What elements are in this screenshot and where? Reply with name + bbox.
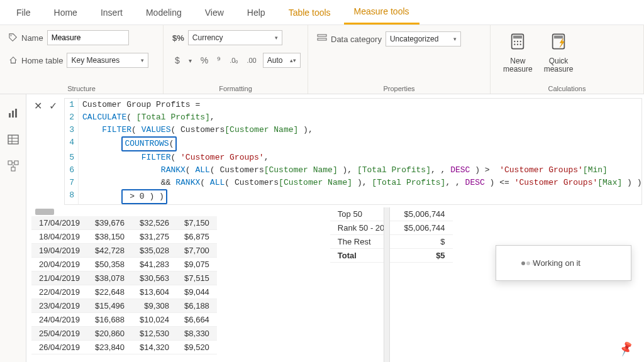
model-view-icon[interactable] — [7, 160, 19, 172]
splitter-vertical[interactable] — [384, 207, 390, 362]
code-line[interactable]: 1Customer Group Profits = — [65, 99, 641, 111]
tab-help[interactable]: Help — [237, 1, 275, 24]
currency-chevron[interactable]: ▾ — [186, 56, 194, 65]
report-canvas: ✕ ✓ 1Customer Group Profits =2CALCULATE(… — [26, 94, 644, 362]
svg-rect-14 — [12, 111, 14, 118]
table-row[interactable]: Top 50$5,006,744 — [330, 207, 453, 221]
table-row[interactable]: 18/04/2019$38,150$31,275$6,875 — [31, 230, 217, 244]
data-category-value: Uncategorized — [390, 35, 438, 43]
code-line[interactable]: 3 FILTER( VALUES( Customers[Customer Nam… — [65, 124, 641, 136]
svg-rect-20 — [8, 161, 12, 165]
tab-insert[interactable]: Insert — [91, 1, 133, 24]
code-line[interactable]: 5 FILTER( 'Customer Groups', — [65, 151, 641, 164]
chevron-down-icon: ▾ — [275, 35, 278, 41]
formula-bar: ✕ ✓ 1Customer Group Profits =2CALCULATE(… — [31, 98, 639, 205]
tab-view[interactable]: View — [195, 1, 234, 24]
loading-tooltip: Working on it — [496, 245, 631, 281]
table-row[interactable]: 17/04/2019$39,676$32,526$7,150 — [31, 216, 217, 230]
new-measure-label: New measure — [503, 57, 533, 74]
thousands-button[interactable]: ⁹ — [214, 54, 223, 67]
group-label-calculations: Calculations — [499, 82, 635, 92]
calculator-icon — [509, 33, 526, 55]
code-line[interactable]: 6 RANKX( ALL( Customers[Customer Name] )… — [65, 164, 641, 177]
tab-modeling[interactable]: Modeling — [136, 1, 192, 24]
table-row[interactable]: 23/04/2019$15,496$9,308$6,188 — [31, 299, 217, 313]
ribbon-group-properties: Data category Uncategorized ▾ Properties — [308, 25, 491, 94]
table-row[interactable]: 24/04/2019$16,688$10,024$6,664 — [31, 313, 217, 327]
group-label-properties: Properties — [317, 82, 481, 92]
loading-text: Working on it — [533, 258, 580, 268]
group-label-formatting: Formatting — [172, 82, 299, 92]
svg-rect-15 — [15, 109, 17, 118]
increase-decimal-button[interactable]: .0₀ — [227, 55, 240, 66]
table-row[interactable]: 22/04/2019$22,648$13,604$9,044 — [31, 285, 217, 299]
table-row[interactable]: 19/04/2019$42,728$35,028$7,700 — [31, 244, 217, 258]
chevron-down-icon: ▾ — [141, 57, 144, 63]
data-category-dropdown[interactable]: Uncategorized ▾ — [386, 31, 461, 47]
svg-point-6 — [517, 41, 518, 42]
new-measure-button[interactable]: New measure — [499, 30, 536, 76]
ribbon-group-calculations: New measure Quick measure Calculations — [491, 25, 644, 94]
svg-point-8 — [514, 44, 516, 45]
tab-measure-tools[interactable]: Measure tools — [344, 0, 419, 25]
tab-home[interactable]: Home — [44, 1, 87, 24]
stepper-icon: ▴▾ — [290, 57, 296, 63]
currency-button[interactable]: $ — [172, 54, 182, 67]
table-row[interactable]: The Rest$ — [330, 235, 453, 249]
chevron-down-icon: ▾ — [453, 36, 457, 42]
tag-icon — [9, 33, 18, 42]
code-line[interactable]: 7 && RANKX( ALL( Customers[Customer Name… — [65, 177, 641, 189]
commit-formula-button[interactable]: ✓ — [47, 99, 59, 112]
format-dropdown[interactable]: Currency ▾ — [188, 30, 282, 45]
svg-point-10 — [520, 44, 521, 45]
code-line[interactable]: 4 COUNTROWS( — [65, 136, 641, 151]
decimal-value: Auto — [267, 56, 283, 65]
home-table-dropdown[interactable]: Key Measures ▾ — [67, 53, 148, 68]
report-view-icon[interactable] — [7, 107, 19, 119]
data-category-label: Data category — [331, 35, 382, 44]
visuals-row: 17/04/2019$39,676$32,526$7,15018/04/2019… — [31, 207, 639, 354]
name-label: Name — [21, 33, 43, 43]
code-line[interactable]: 8 > 0 ) ) — [65, 189, 641, 204]
home-icon — [9, 56, 18, 65]
svg-rect-1 — [318, 35, 326, 36]
format-value: Currency — [192, 33, 223, 42]
table-row[interactable]: 21/04/2019$38,078$30,563$7,515 — [31, 272, 217, 285]
dax-editor[interactable]: 1Customer Group Profits =2CALCULATE( [To… — [64, 98, 642, 205]
table-visual-right[interactable]: Top 50$5,006,744Rank 50 - 200$5,006,744T… — [330, 207, 453, 263]
decimal-places-stepper[interactable]: Auto ▴▾ — [263, 53, 301, 68]
svg-point-9 — [517, 44, 518, 45]
svg-rect-22 — [11, 167, 15, 171]
cancel-formula-button[interactable]: ✕ — [31, 99, 44, 112]
table-visual-left[interactable]: 17/04/2019$39,676$32,526$7,15018/04/2019… — [31, 216, 217, 354]
format-prefix-label: $% — [172, 33, 184, 43]
data-view-icon[interactable] — [7, 133, 19, 146]
measure-name-input[interactable] — [47, 30, 129, 45]
tab-table-tools[interactable]: Table tools — [279, 1, 341, 24]
quick-measure-button[interactable]: Quick measure — [540, 30, 577, 76]
category-icon — [317, 33, 327, 45]
quick-measure-label: Quick measure — [544, 57, 574, 74]
main-area: ✕ ✓ 1Customer Group Profits =2CALCULATE(… — [0, 94, 644, 362]
code-line[interactable]: 2CALCULATE( [Total Profits], — [65, 111, 641, 124]
svg-point-5 — [514, 41, 516, 42]
decrease-decimal-button[interactable]: .00 — [244, 55, 258, 65]
table-row[interactable]: Rank 50 - 200$5,006,744 — [330, 221, 453, 235]
table-row[interactable]: 20/04/2019$50,358$41,283$9,075 — [31, 258, 217, 272]
table-row[interactable]: Total$5 — [330, 249, 453, 263]
svg-rect-16 — [8, 135, 18, 144]
svg-rect-12 — [554, 36, 563, 39]
svg-rect-13 — [9, 113, 11, 118]
percent-button[interactable]: % — [198, 54, 211, 67]
scroll-handle[interactable] — [35, 209, 54, 215]
view-rail — [0, 94, 26, 362]
ribbon-group-formatting: $% Currency ▾ $ ▾ % ⁹ .0₀ .00 Auto ▴▾ Fo… — [164, 25, 308, 94]
home-table-value: Key Measures — [71, 56, 119, 65]
tab-file[interactable]: File — [6, 1, 41, 24]
svg-point-7 — [520, 41, 521, 42]
svg-rect-4 — [513, 36, 522, 39]
table-row[interactable]: 26/04/2019$23,840$14,320$9,520 — [31, 341, 217, 354]
table-row[interactable]: 25/04/2019$20,860$12,530$8,330 — [31, 327, 217, 341]
home-table-label: Home table — [21, 56, 63, 65]
svg-rect-2 — [318, 38, 326, 40]
